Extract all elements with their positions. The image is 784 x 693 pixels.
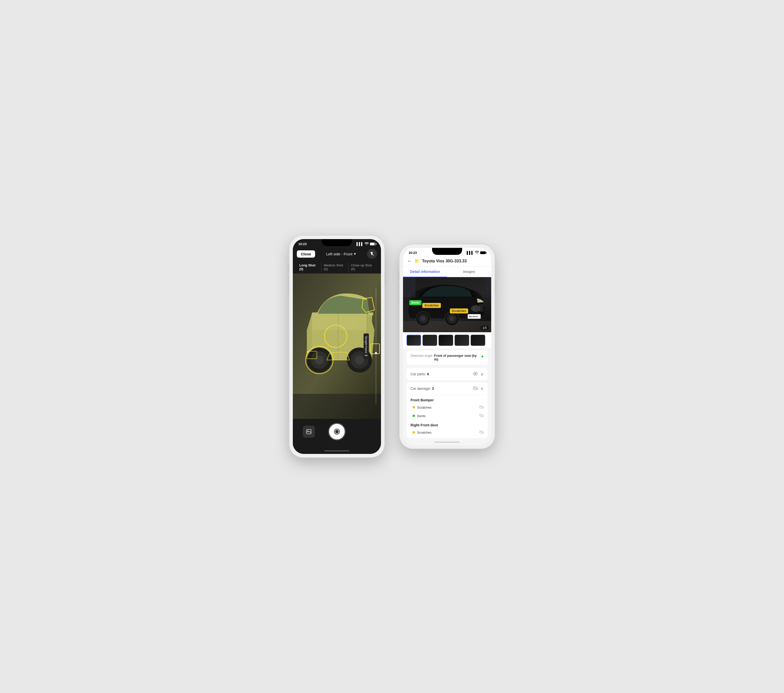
front-bumper-title: Front Bumper xyxy=(407,395,488,403)
battery-icon-left xyxy=(370,243,376,245)
close-button[interactable]: Close xyxy=(297,250,315,258)
angle-selector[interactable]: Left side - Front ▾ xyxy=(326,251,356,256)
svg-point-10 xyxy=(315,356,324,365)
status-icons-right: ▌▌▌ xyxy=(467,251,486,255)
car-damage-header: Car damage: 3 ∧ xyxy=(407,382,488,395)
damage-item-scratches-door: Scratches xyxy=(407,428,488,438)
thumbnail-1[interactable] xyxy=(407,335,421,346)
shutter-button[interactable] xyxy=(328,423,346,440)
angle-label: Left side - Front xyxy=(326,252,352,256)
status-icons-left: ▌▌▌ xyxy=(356,242,376,246)
svg-rect-2 xyxy=(293,394,381,419)
svg-text:T: T xyxy=(474,308,475,310)
damage-item-scratches-front: Scratches xyxy=(407,403,488,412)
time-right: 10:23 xyxy=(408,251,417,255)
eye-slash-scratches-front[interactable] xyxy=(479,405,484,410)
damage-text-scratches-door: Scratches xyxy=(417,430,432,434)
home-bar-right xyxy=(435,442,460,443)
camera-header: Close Left side - Front ▾ xyxy=(293,247,381,261)
wifi-icon-right xyxy=(475,251,479,255)
car-damage-count: 3 xyxy=(432,387,434,391)
car-damage-section: Car damage: 3 ∧ xyxy=(407,382,488,438)
svg-point-34 xyxy=(420,316,426,321)
svg-rect-12 xyxy=(368,312,373,315)
detail-tabs: Detail information Images xyxy=(403,267,491,277)
camera-screen: 10:23 ▌▌▌ Close Left side xyxy=(293,239,381,454)
eye-slash-icon-damage[interactable] xyxy=(473,386,478,391)
right-front-door-title: Right Front door xyxy=(407,420,488,428)
dot-yellow-2 xyxy=(413,431,415,434)
svg-rect-36 xyxy=(486,277,491,297)
camera-viewport: Straight frame ❯ xyxy=(293,274,381,419)
signal-icon-left: ▌▌▌ xyxy=(356,242,364,246)
svg-point-37 xyxy=(475,373,476,374)
tab-medium-shot[interactable]: Medium Shot (0) xyxy=(321,263,349,272)
dot-green-1 xyxy=(413,415,415,417)
detected-angle-card: Detected angle Front of passenger seat (… xyxy=(407,350,488,365)
car-damage-label: Car damage: xyxy=(410,387,431,391)
camera-footer xyxy=(293,419,381,448)
left-phone: 10:23 ▌▌▌ Close Left side xyxy=(289,236,384,457)
folder-icon: 📁 xyxy=(415,259,420,263)
time-left: 10:23 xyxy=(298,242,306,246)
tab-detail-info[interactable]: Detail information xyxy=(403,267,447,277)
detected-angle-label: Detected angle xyxy=(410,354,432,358)
scroll-track[interactable] xyxy=(376,288,377,404)
signal-icon-right: ▌▌▌ xyxy=(467,251,474,255)
notch-right xyxy=(432,248,462,255)
car-image-area: Straight frame ❯ xyxy=(293,274,381,419)
car-parts-label: Car parts: xyxy=(410,372,426,376)
check-icon: ● xyxy=(481,354,484,359)
thumbnail-2[interactable] xyxy=(423,335,437,346)
home-bar-left xyxy=(324,450,349,452)
gallery-button[interactable] xyxy=(303,425,315,438)
damage-label-scratches-2: Scratches xyxy=(450,309,468,314)
svg-point-31 xyxy=(450,316,455,321)
chevron-down-icon[interactable]: ∨ xyxy=(481,371,484,377)
svg-text:30G-333.33: 30G-333.33 xyxy=(469,316,478,317)
car-parts-count: 6 xyxy=(427,372,429,376)
straight-frame-label: Straight frame ❯ xyxy=(364,333,369,359)
damage-label-scratches-1: Scratches xyxy=(422,303,441,308)
car-detail-image: T 30G-333.33 xyxy=(403,277,491,332)
right-phone: 10:23 ▌▌▌ ← 📁 Toyota Vios 3 xyxy=(400,245,495,448)
damage-label-dents: Dents xyxy=(409,300,422,305)
wifi-icon-left xyxy=(365,242,369,246)
detail-screen: 10:23 ▌▌▌ ← 📁 Toyota Vios 3 xyxy=(403,248,491,445)
damage-item-dents-front: Dents xyxy=(407,412,488,420)
tab-long-shot[interactable]: Long Shot (0) xyxy=(297,263,321,272)
detected-angle-value: Front of passenger seat (by AI) xyxy=(434,354,479,361)
chevron-up-icon[interactable]: ∧ xyxy=(481,386,484,391)
back-button[interactable]: ← xyxy=(407,258,412,264)
svg-rect-3 xyxy=(312,312,372,332)
chevron-down-icon: ▾ xyxy=(354,251,356,256)
thumbnails-row xyxy=(403,332,491,348)
damage-text-dents-front: Dents xyxy=(417,414,426,418)
eye-slash-scratches-door[interactable] xyxy=(479,430,484,435)
eye-icon[interactable] xyxy=(473,371,478,377)
chevron-right-icon: ❯ xyxy=(364,354,368,356)
battery-icon-right xyxy=(480,251,486,254)
car-parts-card: Car parts: 6 ∨ xyxy=(407,368,488,380)
shot-tabs: Long Shot (0) Medium Shot (0) Close-up S… xyxy=(293,261,381,274)
svg-point-21 xyxy=(335,430,339,434)
home-indicator-left xyxy=(293,448,381,454)
tab-images[interactable]: Images xyxy=(447,267,491,277)
image-counter: 1/5 xyxy=(481,326,489,330)
svg-point-7 xyxy=(355,356,364,365)
page-title: Toyota Vios 30G-333.33 xyxy=(422,259,467,263)
eye-slash-dents-front[interactable] xyxy=(479,414,484,418)
flash-button[interactable] xyxy=(367,249,377,259)
tab-closeup-shot[interactable]: Close-up Shot (0) xyxy=(349,263,377,272)
detail-header: ← 📁 Toyota Vios 30G-333.33 xyxy=(403,256,491,267)
notch xyxy=(322,239,352,246)
svg-point-25 xyxy=(471,305,480,312)
dot-yellow-1 xyxy=(413,406,415,409)
svg-rect-35 xyxy=(403,277,415,297)
thumbnail-4[interactable] xyxy=(455,335,469,346)
home-indicator-right xyxy=(403,439,491,445)
thumbnail-3[interactable] xyxy=(438,335,453,346)
thumbnail-5[interactable] xyxy=(471,335,485,346)
damage-text-scratches-front: Scratches xyxy=(417,406,432,409)
